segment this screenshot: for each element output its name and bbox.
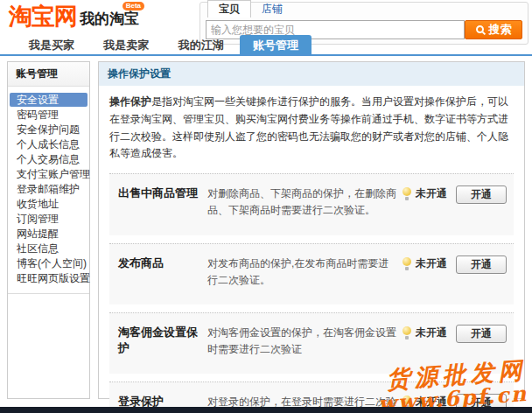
page-title: 操作保护设置 [99,62,524,86]
taobao-logo: 淘宝网 [9,5,77,28]
section-title: 发布商品 [118,256,207,271]
sidebar-item-alipay-account[interactable]: 支付宝账户管理 [10,167,88,181]
bottom-bar [0,407,532,413]
nav-tab-buyer[interactable]: 我是买家 [16,35,88,54]
sidebar-item-security-question[interactable]: 安全保护问题 [10,122,88,136]
search-tab-shop[interactable]: 店铺 [251,1,293,18]
my-taobao-label: 我的淘宝 [80,10,139,27]
protection-sections: 出售中商品管理 对删除商品、下架商品的保护，在删除商品、下架商品时需要进行二次验… [99,173,524,413]
open-button[interactable]: 开通 [456,325,507,343]
sidebar-item-growth-info[interactable]: 个人成长信息 [10,137,88,151]
sidebar-item-community-info[interactable]: 社区信息 [10,242,88,256]
section-commission-protect: 淘客佣金设置保护 对淘客佣金设置的保护，在淘客佣金设置时需要进行二次验证 未开通… [109,312,514,374]
sidebar-list: 安全设置 密码管理 安全保护问题 个人成长信息 个人交易信息 支付宝账户管理 登… [8,87,89,294]
open-button[interactable]: 开通 [456,186,507,204]
sidebar-item-password[interactable]: 密码管理 [10,108,88,122]
main-nav: 我是买家 我是卖家 我的江湖 账号管理 [0,35,532,56]
beta-badge: Beta [122,2,144,10]
status-label: 未开通 [416,326,447,340]
search-icon [476,25,486,35]
status-label: 未开通 [416,256,447,271]
header: 淘宝网 我的淘宝 Beta 宝贝 店铺 搜索 [0,0,532,35]
status-badge: 未开通 [402,326,456,340]
section-desc: 对发布商品的保护,在发布商品时需要进行二次验证。 [207,256,398,289]
intro-paragraph: 操作保护是指对淘宝网一些关键操作进行保护的服务。当用户设置对操作保护后，可以在登… [99,86,524,173]
sidebar-item-login-email[interactable]: 登录邮箱维护 [10,182,88,196]
search-tabs: 宝贝 店铺 [200,3,528,18]
section-title: 淘客佣金设置保护 [118,325,207,356]
intro-bold: 操作保护 [109,95,151,108]
intro-text: 是指对淘宝网一些关键操作进行保护的服务。当用户设置对操作保护后，可以在登录淘宝网… [109,95,508,159]
status-badge: 未开通 [402,186,456,201]
sidebar-item-site-reminders[interactable]: 网站提醒 [10,227,88,241]
nav-tab-seller[interactable]: 我是卖家 [90,35,162,54]
section-onsale-items: 出售中商品管理 对删除商品、下架商品的保护，在删除商品、下架商品时需要进行二次验… [109,173,514,234]
main-panel: 操作保护设置 操作保护是指对淘宝网一些关键操作进行保护的服务。当用户设置对操作保… [98,61,525,399]
sidebar-item-security-settings[interactable]: 安全设置 [10,93,88,107]
logo: 淘宝网 我的淘宝 Beta [9,5,139,28]
section-publish-items: 发布商品 对发布商品的保护,在发布商品时需要进行二次验证。 未开通 开通 [109,243,514,304]
nav-tab-account[interactable]: 账号管理 [240,35,312,54]
sidebar-item-blog[interactable]: 博客(个人空间) [10,256,88,270]
bulb-icon [402,187,412,200]
sidebar-item-shipping-address[interactable]: 收货地址 [10,197,88,211]
open-button[interactable]: 开通 [456,256,507,274]
sidebar-item-subscriptions[interactable]: 订阅管理 [10,212,88,226]
bulb-icon [402,326,412,340]
sidebar-title: 账号管理 [8,62,89,87]
sidebar-item-trade-info[interactable]: 个人交易信息 [10,152,88,166]
status-label: 未开通 [416,186,447,201]
my-taobao-logo-text: 我的淘宝 Beta [80,10,139,28]
sidebar: 账号管理 安全设置 密码管理 安全保护问题 个人成长信息 个人交易信息 支付宝账… [7,61,90,399]
bulb-icon [402,257,412,270]
section-title: 出售中商品管理 [118,186,207,201]
search-tab-item[interactable]: 宝贝 [207,0,251,18]
nav-tab-community[interactable]: 我的江湖 [165,35,237,54]
sidebar-item-wangwang-web[interactable]: 旺旺网页版设置 [10,271,88,285]
section-desc: 对淘客佣金设置的保护，在淘客佣金设置时需要进行二次验证 [207,325,398,358]
section-desc: 对删除商品、下架商品的保护，在删除商品、下架商品时需要进行二次验证。 [207,186,398,219]
status-badge: 未开通 [402,256,456,271]
